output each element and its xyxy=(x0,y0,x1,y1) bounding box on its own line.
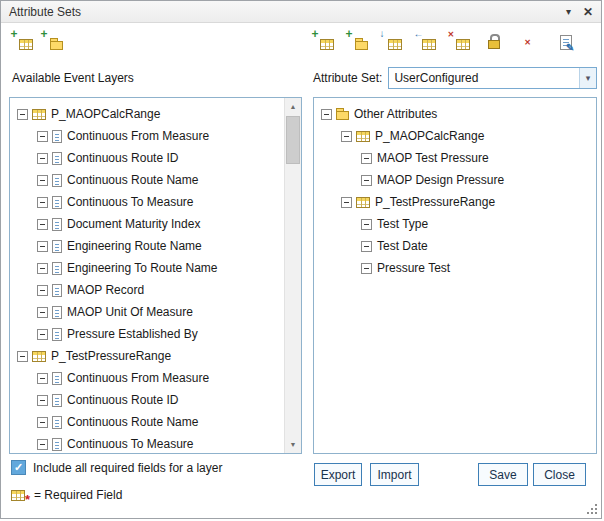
save-button[interactable]: Save xyxy=(478,463,528,486)
collapse-icon[interactable] xyxy=(361,219,372,230)
resize-grip[interactable] xyxy=(587,504,598,515)
window-title: Attribute Sets xyxy=(9,5,566,19)
attribute-set-properties-button[interactable] xyxy=(551,32,572,51)
collapse-icon[interactable] xyxy=(37,153,48,164)
collapse-icon[interactable] xyxy=(321,109,332,120)
field-node[interactable]: Engineering Route Name xyxy=(10,235,301,257)
collapse-icon[interactable] xyxy=(341,197,352,208)
field-node[interactable]: MAOP Unit Of Measure xyxy=(10,301,301,323)
close-window-icon[interactable]: ✕ xyxy=(583,5,593,19)
field-label: Continuous To Measure xyxy=(66,195,194,209)
collapse-icon[interactable] xyxy=(17,109,28,120)
collapse-icon[interactable] xyxy=(37,285,48,296)
collapse-icon[interactable] xyxy=(37,395,48,406)
attribute-set-combobox[interactable]: UserConfigured ▾ xyxy=(388,67,597,89)
field-node[interactable]: Test Type xyxy=(314,213,596,235)
move-field-button[interactable] xyxy=(415,32,436,51)
field-label: MAOP Record xyxy=(66,283,144,297)
insert-field-icon xyxy=(382,33,402,51)
attribute-set-root-node[interactable]: Other Attributes xyxy=(314,103,596,125)
scroll-down-icon[interactable] xyxy=(285,436,301,453)
field-label: Continuous Route Name xyxy=(66,415,198,429)
collapse-icon[interactable] xyxy=(361,241,372,252)
field-node[interactable]: Continuous Route Name xyxy=(10,411,301,433)
field-node[interactable]: Continuous To Measure xyxy=(10,433,301,454)
field-node[interactable]: Document Maturity Index xyxy=(10,213,301,235)
combobox-dropdown-icon[interactable]: ▾ xyxy=(579,68,596,88)
collapse-icon[interactable] xyxy=(37,263,48,274)
field-icon xyxy=(52,130,62,143)
collapse-icon[interactable] xyxy=(361,153,372,164)
add-all-layers-icon xyxy=(43,33,63,51)
collapse-icon[interactable] xyxy=(341,131,352,142)
add-selected-fields-button[interactable] xyxy=(313,32,334,51)
collapse-icon[interactable] xyxy=(37,329,48,340)
available-event-layers-label: Available Event Layers xyxy=(12,71,134,85)
import-button[interactable]: Import xyxy=(370,463,419,486)
field-node[interactable]: Test Date xyxy=(314,235,596,257)
field-node[interactable]: MAOP Record xyxy=(10,279,301,301)
collapse-icon[interactable] xyxy=(37,439,48,450)
delete-attribute-set-icon xyxy=(524,34,531,50)
scroll-up-icon[interactable] xyxy=(285,98,301,115)
event-layer-icon xyxy=(32,351,46,362)
include-required-fields-checkbox[interactable] xyxy=(11,460,26,475)
insert-field-button[interactable] xyxy=(381,32,402,51)
field-icon xyxy=(52,284,62,297)
event-layer-icon xyxy=(356,197,370,208)
collapse-icon[interactable] xyxy=(37,175,48,186)
layer-node[interactable]: P_TestPressureRange xyxy=(314,191,596,213)
field-label: MAOP Unit Of Measure xyxy=(66,305,193,319)
field-node[interactable]: Continuous From Measure xyxy=(10,367,301,389)
collapse-icon[interactable] xyxy=(361,175,372,186)
layer-node[interactable]: P_MAOPCalcRange xyxy=(314,125,596,147)
folder-icon xyxy=(336,111,349,120)
field-label: Continuous Route ID xyxy=(66,393,178,407)
add-all-fields-button[interactable] xyxy=(347,32,368,51)
field-node[interactable]: Engineering To Route Name xyxy=(10,257,301,279)
collapse-icon[interactable] xyxy=(37,373,48,384)
export-button[interactable]: Export xyxy=(314,463,362,486)
collapse-icon[interactable] xyxy=(37,197,48,208)
field-node[interactable]: Continuous Route Name xyxy=(10,169,301,191)
attribute-set-row: Attribute Set: UserConfigured ▾ xyxy=(313,67,597,89)
remove-field-button[interactable] xyxy=(449,32,470,51)
field-icon xyxy=(52,328,62,341)
field-node[interactable]: Pressure Established By xyxy=(10,323,301,345)
close-button[interactable]: Close xyxy=(533,463,586,486)
add-selected-layer-button[interactable] xyxy=(12,32,33,51)
field-label: Pressure Test xyxy=(376,261,450,275)
window-menu-icon[interactable]: ▾ xyxy=(566,6,571,17)
collapse-icon[interactable] xyxy=(37,241,48,252)
scrollbar-thumb[interactable] xyxy=(286,116,300,164)
field-label: Engineering Route Name xyxy=(66,239,202,253)
field-icon xyxy=(52,372,62,385)
field-label: Continuous Route Name xyxy=(66,173,198,187)
field-node[interactable]: Continuous Route ID xyxy=(10,147,301,169)
vertical-scrollbar[interactable] xyxy=(284,98,301,453)
collapse-icon[interactable] xyxy=(17,351,28,362)
delete-attribute-set-button[interactable] xyxy=(517,32,538,51)
field-label: Engineering To Route Name xyxy=(66,261,218,275)
collapse-icon[interactable] xyxy=(37,307,48,318)
required-field-label: = Required Field xyxy=(34,488,122,502)
lock-attribute-set-button[interactable] xyxy=(483,32,504,51)
field-label: Test Date xyxy=(376,239,428,253)
add-all-layers-button[interactable] xyxy=(42,32,63,51)
field-label: MAOP Design Pressure xyxy=(376,173,504,187)
field-node[interactable]: Continuous To Measure xyxy=(10,191,301,213)
field-node[interactable]: Pressure Test xyxy=(314,257,596,279)
collapse-icon[interactable] xyxy=(361,263,372,274)
collapse-icon[interactable] xyxy=(37,417,48,428)
layer-node[interactable]: P_MAOPCalcRange xyxy=(10,103,301,125)
collapse-icon[interactable] xyxy=(37,131,48,142)
field-node[interactable]: MAOP Design Pressure xyxy=(314,169,596,191)
field-node[interactable]: MAOP Test Pressure xyxy=(314,147,596,169)
field-node[interactable]: Continuous Route ID xyxy=(10,389,301,411)
field-node[interactable]: Continuous From Measure xyxy=(10,125,301,147)
layer-label: P_MAOPCalcRange xyxy=(50,107,160,121)
layer-label: P_TestPressureRange xyxy=(374,195,495,209)
layer-node[interactable]: P_TestPressureRange xyxy=(10,345,301,367)
include-required-fields-row: Include all required fields for a layer xyxy=(11,460,222,475)
collapse-icon[interactable] xyxy=(37,219,48,230)
